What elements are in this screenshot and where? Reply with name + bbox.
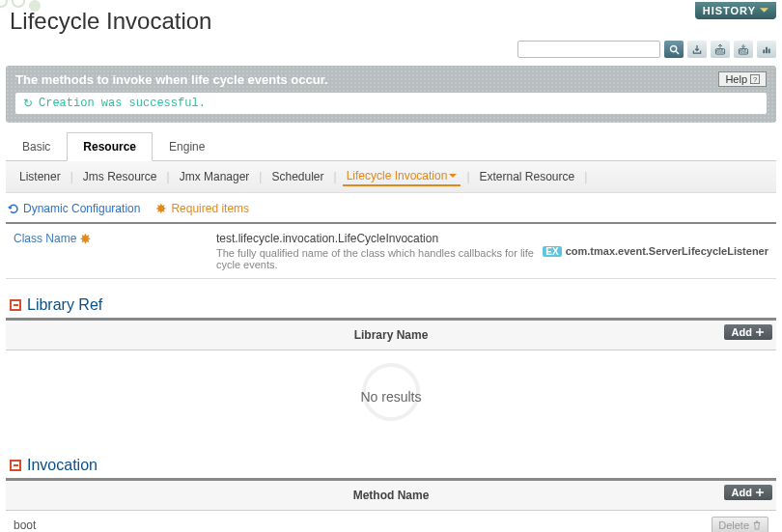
help-label: Help bbox=[725, 73, 747, 85]
subtab-label: Lifecycle Invocation bbox=[347, 169, 448, 182]
subtab-external-resource[interactable]: External Resource bbox=[476, 168, 579, 185]
chart-icon[interactable] bbox=[757, 41, 776, 58]
delete-button[interactable]: Delete bbox=[712, 517, 768, 532]
invocation-section-header: Invocation bbox=[6, 457, 776, 481]
collapse-icon[interactable] bbox=[10, 460, 21, 471]
refresh-icon bbox=[8, 203, 19, 214]
library-ref-section-header: Library Ref bbox=[6, 296, 776, 321]
subtab-listener[interactable]: Listener bbox=[15, 168, 65, 185]
subtab-lifecycle-invocation[interactable]: Lifecycle Invocation bbox=[343, 167, 461, 186]
subtab-jms-resource[interactable]: Jms Resource bbox=[79, 168, 161, 185]
main-tabs: Basic Resource Engine bbox=[6, 132, 776, 161]
subtab-scheduler[interactable]: Scheduler bbox=[267, 168, 327, 185]
class-name-value: test.lifecycle.invocation.LifeCycleInvoc… bbox=[216, 232, 543, 245]
history-button[interactable]: HISTORY bbox=[695, 2, 776, 19]
svg-rect-8 bbox=[768, 48, 770, 53]
add-library-button[interactable]: Add bbox=[724, 324, 772, 340]
svg-text:XML: XML bbox=[715, 49, 725, 54]
help-button[interactable]: Help ? bbox=[718, 71, 767, 87]
tab-basic[interactable]: Basic bbox=[6, 132, 67, 160]
tool-row: XML XML bbox=[0, 41, 782, 66]
svg-point-0 bbox=[670, 45, 676, 51]
success-message: ↻ Creation was successful. bbox=[15, 93, 767, 114]
subtab-jmx-manager[interactable]: Jmx Manager bbox=[176, 168, 254, 185]
plus-icon bbox=[755, 488, 765, 497]
legend-row: Dynamic Configuration ✸ Required items bbox=[8, 201, 774, 216]
svg-rect-7 bbox=[766, 46, 768, 52]
invocation-title: Invocation bbox=[27, 457, 98, 474]
chevron-down-icon bbox=[760, 8, 768, 14]
library-name-col: Library Name bbox=[354, 328, 429, 342]
plus-icon bbox=[755, 327, 765, 337]
sub-tabs: Listener| Jms Resource| Jmx Manager| Sch… bbox=[15, 167, 767, 186]
trash-icon bbox=[752, 520, 762, 530]
method-name-col: Method Name bbox=[353, 489, 430, 502]
banner: The methods to invoke when life cycle ev… bbox=[6, 66, 776, 123]
ex-badge: EX bbox=[543, 246, 561, 257]
legend-required: ✸ Required items bbox=[155, 201, 249, 216]
svg-line-1 bbox=[676, 51, 679, 54]
message-text: Creation was successful. bbox=[39, 97, 206, 110]
example-text: com.tmax.event.ServerLifecycleListener bbox=[566, 245, 768, 257]
library-no-results: No results bbox=[0, 350, 782, 439]
library-ref-title: Library Ref bbox=[27, 296, 102, 314]
tab-engine[interactable]: Engine bbox=[153, 132, 221, 160]
history-label: HISTORY bbox=[703, 2, 756, 19]
delete-label: Delete bbox=[718, 519, 749, 531]
svg-text:XML: XML bbox=[739, 49, 748, 54]
question-icon: ? bbox=[750, 74, 760, 84]
add-label: Add bbox=[732, 326, 752, 338]
class-name-field: Class Name ✸ test.lifecycle.invocation.L… bbox=[6, 224, 776, 279]
add-invocation-button[interactable]: Add bbox=[724, 485, 772, 500]
xml-down-icon[interactable]: XML bbox=[734, 41, 753, 58]
invocation-column-header: Method Name Add bbox=[6, 481, 776, 511]
search-icon[interactable] bbox=[664, 41, 684, 58]
tab-resource[interactable]: Resource bbox=[67, 132, 153, 161]
collapse-icon[interactable] bbox=[10, 299, 21, 311]
legend-dynamic-label: Dynamic Configuration bbox=[23, 202, 140, 215]
invocation-row: boot Delete bbox=[6, 511, 776, 532]
class-name-label: Class Name ✸ bbox=[14, 232, 216, 270]
asterisk-icon: ✸ bbox=[155, 201, 167, 216]
class-name-hint: The fully qualified name of the class wh… bbox=[216, 247, 543, 270]
export-icon[interactable] bbox=[687, 41, 707, 58]
xml-up-icon[interactable]: XML bbox=[711, 41, 730, 58]
refresh-icon: ↻ bbox=[23, 97, 33, 110]
page-title: Lifecycle Invocation bbox=[10, 8, 211, 35]
add-label: Add bbox=[732, 487, 752, 498]
class-name-example: EX com.tmax.event.ServerLifecycleListene… bbox=[543, 232, 768, 270]
svg-rect-6 bbox=[763, 49, 765, 53]
legend-dynamic: Dynamic Configuration bbox=[8, 202, 140, 215]
chevron-down-icon bbox=[449, 174, 457, 179]
required-asterisk-icon: ✸ bbox=[80, 232, 91, 246]
banner-description: The methods to invoke when life cycle ev… bbox=[15, 72, 767, 87]
search-input[interactable] bbox=[517, 41, 660, 58]
library-column-header: Library Name Add bbox=[6, 321, 776, 350]
method-name-cell[interactable]: boot bbox=[14, 518, 712, 532]
legend-required-label: Required items bbox=[171, 202, 249, 215]
svg-text:?: ? bbox=[753, 75, 757, 84]
